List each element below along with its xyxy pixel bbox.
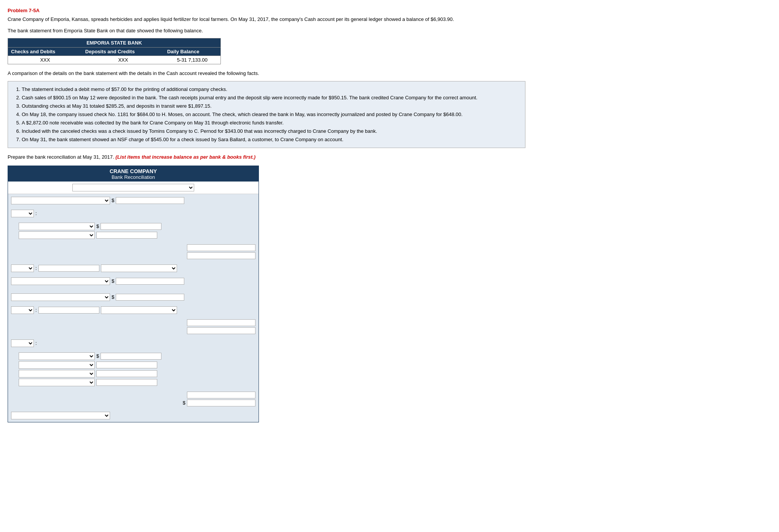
dropdown-books-sub-1[interactable] (19, 352, 95, 360)
recon-header: CRANE COMPANY Bank Reconciliation (8, 166, 259, 182)
input-result-4[interactable] (187, 327, 255, 334)
comparison-text: A comparison of the details on the bank … (8, 70, 525, 77)
facts-box: The statement included a debit memo of $… (8, 81, 525, 148)
recon-body: $ : $ (8, 194, 259, 422)
section-right-2 (8, 317, 259, 337)
bank-intro: The bank statement from Emporia State Ba… (8, 27, 525, 35)
reconciliation-container: CRANE COMPANY Bank Reconciliation May 31… (8, 166, 259, 422)
bank-name: EMPORIA STATE BANK (8, 38, 220, 47)
recon-subtitle: Bank Reconciliation (10, 174, 257, 180)
row-books-sub-3 (19, 370, 255, 377)
row-result-2 (11, 252, 255, 259)
col-checks-debits: Checks and Debits (8, 48, 82, 56)
center-select-row: May 31, 2017 (8, 182, 259, 194)
fact-5: A $2,872.00 note receivable was collecte… (22, 119, 519, 127)
fact-4: On May 18, the company issued check No. … (22, 110, 519, 119)
prepare-text: Prepare the bank reconciliation at May 3… (8, 153, 525, 161)
center-dropdown[interactable]: May 31, 2017 (72, 184, 194, 191)
val-balance: 5-31 7,133.00 (164, 56, 220, 64)
dropdown-total-1[interactable] (11, 277, 110, 285)
input-books-sub-3[interactable] (96, 370, 157, 377)
row-bottom-select (11, 412, 255, 419)
val-deposits: XXX (82, 56, 164, 64)
dropdown-sub-1[interactable] (19, 223, 95, 230)
section-1: $ (8, 194, 259, 207)
dropdown-books-balance[interactable] (11, 293, 110, 301)
input-books-balance[interactable] (116, 294, 184, 301)
row-top-select: $ (11, 197, 255, 204)
section-bottom: $ (8, 389, 259, 409)
row-sub-1: $ (19, 223, 255, 230)
dropdown-books-sub-4[interactable] (19, 379, 95, 386)
input-bottom-1[interactable] (187, 392, 255, 398)
input-result-2[interactable] (187, 252, 255, 259)
input-deduct-1[interactable] (38, 265, 99, 272)
dropdown-balance-per[interactable] (11, 197, 110, 204)
dropdown-sub-2[interactable] (19, 231, 95, 239)
input-bottom-total[interactable] (187, 400, 255, 406)
section-2: : (8, 207, 259, 220)
table-row: XXX XXX 5-31 7,133.00 (8, 56, 220, 64)
row-deduct-label: : (11, 264, 255, 272)
section-9: $ (16, 350, 259, 389)
section-4: : (8, 262, 259, 275)
row-result-3 (11, 319, 255, 326)
dropdown-add-deduct-2[interactable] (11, 264, 34, 272)
dropdown-books-add-2[interactable] (101, 306, 177, 314)
problem-title: Problem 7-5A (8, 8, 525, 13)
section-6: $ (8, 291, 259, 304)
row-books-sub-4 (19, 379, 255, 386)
row-total-1: $ (11, 277, 255, 285)
input-result-3[interactable] (187, 319, 255, 326)
company-name: CRANE COMPANY (10, 168, 257, 174)
input-sub-1[interactable] (101, 223, 161, 230)
dropdown-add-deduct-1[interactable] (11, 210, 34, 217)
dropdown-deduct-books[interactable] (11, 339, 34, 347)
fact-3: Outstanding checks at May 31 totaled $28… (22, 102, 519, 110)
row-bottom-total: $ (11, 400, 255, 406)
input-books-sub-2[interactable] (96, 362, 157, 368)
section-right-1 (8, 242, 259, 262)
row-books-sub-1: $ (19, 352, 255, 360)
section-7: : (8, 304, 259, 317)
row-books-balance: $ (11, 293, 255, 301)
dropdown-bottom[interactable] (11, 412, 110, 419)
dropdown-books-add[interactable] (11, 306, 34, 314)
facts-list: The statement included a debit memo of $… (14, 85, 519, 144)
row-result-4 (11, 327, 255, 334)
section-3: $ (16, 220, 259, 242)
row-books-sub-2 (19, 361, 255, 369)
input-balance-per[interactable] (116, 197, 184, 204)
val-checks: XXX (8, 56, 82, 64)
input-total-1[interactable] (116, 278, 184, 285)
row-add-label: : (11, 210, 255, 217)
problem-description: Crane Company of Emporia, Kansas, spread… (8, 16, 525, 23)
row-deduct-books: : (11, 339, 255, 347)
section-5: $ (8, 275, 259, 288)
bank-table: Checks and Debits Deposits and Credits D… (8, 47, 220, 64)
input-books-sub-4[interactable] (96, 379, 157, 386)
fact-1: The statement included a debit memo of $… (22, 85, 519, 94)
gap-1 (8, 288, 259, 291)
fact-6: Included with the canceled checks was a … (22, 127, 519, 135)
dropdown-books-sub-3[interactable] (19, 370, 95, 377)
section-bottom-select (8, 409, 259, 422)
row-sub-2 (19, 231, 255, 239)
section-8: : (8, 337, 259, 350)
col-daily-balance: Daily Balance (164, 48, 220, 56)
prepare-highlight: (List items that increase balance as per… (115, 154, 255, 160)
col-deposits-credits: Deposits and Credits (82, 48, 164, 56)
row-bottom-1 (11, 392, 255, 398)
fact-7: On May 31, the bank statement showed an … (22, 135, 519, 144)
dropdown-deduct-2[interactable] (101, 264, 177, 272)
row-result-1 (11, 244, 255, 251)
input-books-add-label[interactable] (38, 307, 99, 314)
dropdown-books-sub-2[interactable] (19, 361, 95, 369)
fact-2: Cash sales of $900.15 on May 12 were dep… (22, 94, 519, 102)
input-books-sub-1[interactable] (101, 353, 161, 360)
input-sub-2[interactable] (96, 232, 157, 239)
bank-table-container: EMPORIA STATE BANK Checks and Debits Dep… (8, 38, 221, 64)
row-books-add: : (11, 306, 255, 314)
input-result-1[interactable] (187, 244, 255, 251)
